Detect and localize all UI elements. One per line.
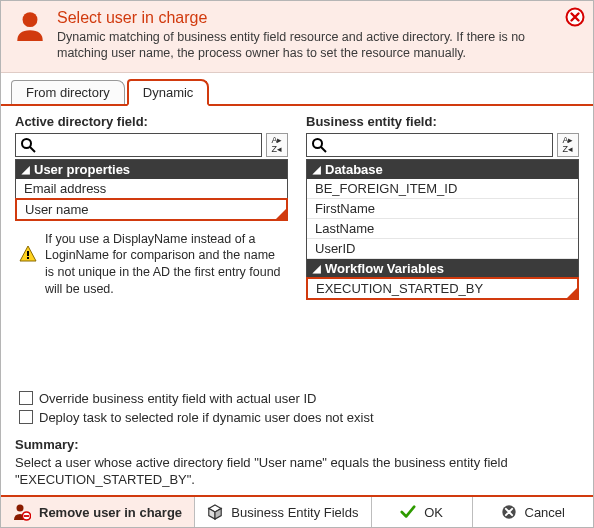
- ad-item-email[interactable]: Email address: [16, 179, 287, 199]
- cube-icon: [207, 504, 223, 520]
- ad-warning-text: If you use a DisplayName instead of a Lo…: [45, 231, 284, 299]
- ad-field-label: Active directory field:: [15, 114, 288, 129]
- dialog-description: Dynamic matching of business entity fiel…: [57, 29, 561, 62]
- ad-sort-button[interactable]: A▸Z◂: [266, 133, 288, 157]
- warning-icon: [19, 245, 37, 263]
- close-button[interactable]: [565, 7, 585, 27]
- svg-point-6: [313, 139, 322, 148]
- summary-text: Select a user whose active directory fie…: [15, 454, 579, 489]
- cancel-icon: [501, 504, 517, 520]
- be-search-input[interactable]: [331, 136, 548, 153]
- ad-group-user-properties[interactable]: ◢ User properties: [16, 160, 287, 179]
- tab-bar: From directory Dynamic: [1, 73, 593, 106]
- ok-button[interactable]: OK: [372, 497, 473, 527]
- override-checkbox[interactable]: [19, 391, 33, 405]
- svg-rect-4: [27, 251, 29, 256]
- active-directory-column: Active directory field: A▸Z◂ ◢ User prop…: [15, 114, 288, 300]
- be-list: ◢ Database BE_FOREIGN_ITEM_ID FirstName …: [306, 159, 579, 300]
- be-search[interactable]: [306, 133, 553, 157]
- dialog-footer: Remove user in charge Business Entity Fi…: [1, 495, 593, 527]
- check-icon: [400, 504, 416, 520]
- search-icon: [311, 137, 327, 153]
- sort-icon: A▸Z◂: [271, 136, 282, 154]
- override-label: Override business entity field with actu…: [39, 391, 316, 406]
- business-entity-fields-button[interactable]: Business Entity Fields: [195, 497, 372, 527]
- ad-search-input[interactable]: [40, 136, 257, 153]
- be-item-lastname[interactable]: LastName: [307, 219, 578, 239]
- be-sort-button[interactable]: A▸Z◂: [557, 133, 579, 157]
- search-icon: [20, 137, 36, 153]
- summary-label: Summary:: [15, 437, 579, 452]
- options: Override business entity field with actu…: [15, 383, 579, 429]
- remove-user-icon: [13, 503, 31, 521]
- ad-warning: If you use a DisplayName instead of a Lo…: [15, 221, 288, 299]
- be-item-firstname[interactable]: FirstName: [307, 199, 578, 219]
- svg-point-2: [22, 139, 31, 148]
- be-item-execution-started-by[interactable]: EXECUTION_STARTED_BY: [306, 277, 579, 300]
- ad-list: ◢ User properties Email address User nam…: [15, 159, 288, 221]
- collapse-icon: ◢: [22, 164, 30, 175]
- business-entity-column: Business entity field: A▸Z◂ ◢ Database B…: [306, 114, 579, 300]
- ad-item-username[interactable]: User name: [15, 198, 288, 221]
- svg-point-8: [17, 505, 24, 512]
- collapse-icon: ◢: [313, 263, 321, 274]
- be-group-workflow-vars[interactable]: ◢ Workflow Variables: [307, 259, 578, 278]
- collapse-icon: ◢: [313, 164, 321, 175]
- dialog-title: Select user in charge: [57, 9, 561, 27]
- tab-dynamic[interactable]: Dynamic: [127, 79, 210, 106]
- be-item-foreign-id[interactable]: BE_FOREIGN_ITEM_ID: [307, 179, 578, 199]
- user-icon: [13, 9, 47, 43]
- dialog-content: Active directory field: A▸Z◂ ◢ User prop…: [1, 106, 593, 496]
- svg-rect-5: [27, 257, 29, 259]
- be-field-label: Business entity field:: [306, 114, 579, 129]
- svg-line-3: [30, 147, 35, 152]
- cancel-button[interactable]: Cancel: [473, 497, 593, 527]
- remove-user-button[interactable]: Remove user in charge: [1, 497, 195, 527]
- ad-search[interactable]: [15, 133, 262, 157]
- sort-icon: A▸Z◂: [562, 136, 573, 154]
- svg-line-7: [321, 147, 326, 152]
- tab-from-directory[interactable]: From directory: [11, 80, 125, 104]
- be-item-userid[interactable]: UserID: [307, 239, 578, 259]
- dialog-header: Select user in charge Dynamic matching o…: [1, 1, 593, 73]
- svg-point-0: [23, 12, 38, 27]
- deploy-label: Deploy task to selected role if dynamic …: [39, 410, 374, 425]
- deploy-checkbox[interactable]: [19, 410, 33, 424]
- be-group-database[interactable]: ◢ Database: [307, 160, 578, 179]
